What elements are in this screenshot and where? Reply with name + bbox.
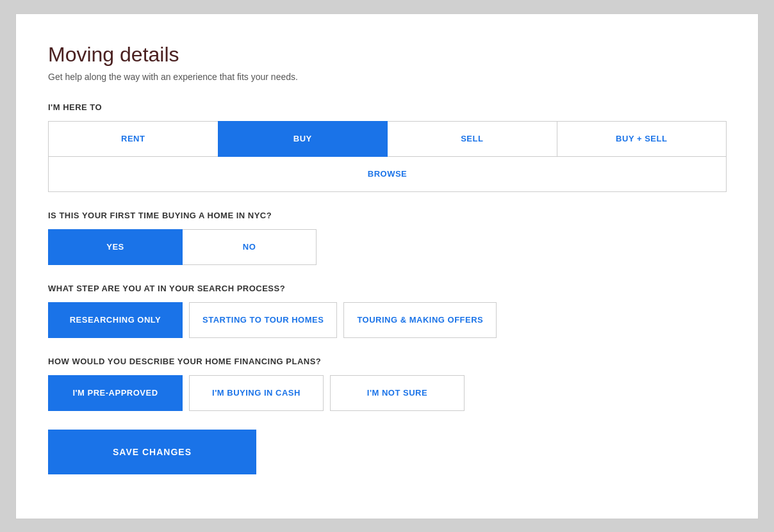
btn-rent[interactable]: RENT [48,121,218,157]
btn-no[interactable]: NO [182,229,317,265]
btn-not-sure[interactable]: I'M NOT SURE [330,375,465,411]
save-changes-button[interactable]: SAVE CHANGES [48,430,256,474]
here-to-group: RENT BUY SELL BUY + SELL BROWSE [48,121,726,191]
financing-label: HOW WOULD YOU DESCRIBE YOUR HOME FINANCI… [48,357,726,366]
btn-touring-offers[interactable]: TOURING & MAKING OFFERS [343,302,497,338]
search-process-section: WHAT STEP ARE YOU AT IN YOUR SEARCH PROC… [48,284,726,337]
moving-details-card: Moving details Get help along the way wi… [15,13,759,519]
btn-starting-tour[interactable]: STARTING TO TOUR HOMES [189,302,337,338]
page-title: Moving details [48,43,726,67]
btn-buy-sell[interactable]: BUY + SELL [557,121,727,157]
financing-section: HOW WOULD YOU DESCRIBE YOUR HOME FINANCI… [48,357,726,410]
here-to-label: I'M HERE TO [48,102,726,112]
btn-browse[interactable]: BROWSE [48,156,727,192]
first-time-label: IS THIS YOUR FIRST TIME BUYING A HOME IN… [48,211,726,220]
search-process-label: WHAT STEP ARE YOU AT IN YOUR SEARCH PROC… [48,284,726,293]
here-to-section: I'M HERE TO RENT BUY SELL BUY + SELL BRO… [48,102,726,191]
btn-yes[interactable]: YES [48,229,183,265]
first-time-section: IS THIS YOUR FIRST TIME BUYING A HOME IN… [48,211,726,264]
btn-buying-cash[interactable]: I'M BUYING IN CASH [189,375,324,411]
financing-group: I'M PRE-APPROVED I'M BUYING IN CASH I'M … [48,375,726,410]
btn-buy[interactable]: BUY [218,121,388,157]
search-process-group: RESEARCHING ONLY STARTING TO TOUR HOMES … [48,302,726,337]
btn-pre-approved[interactable]: I'M PRE-APPROVED [48,375,183,411]
page-subtitle: Get help along the way with an experienc… [48,72,726,82]
btn-sell[interactable]: SELL [387,121,557,157]
yes-no-group: YES NO [48,229,726,264]
btn-researching[interactable]: RESEARCHING ONLY [48,302,183,338]
